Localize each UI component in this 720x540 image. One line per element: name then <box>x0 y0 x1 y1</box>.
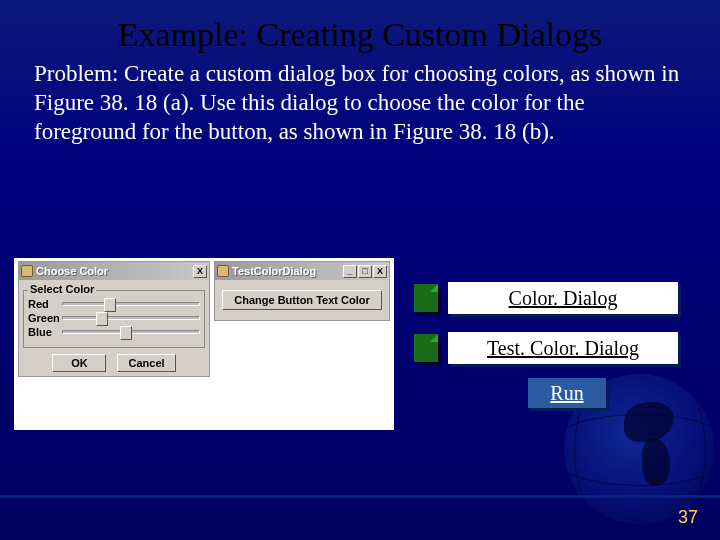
choose-color-dialog: Choose Color X Select Color Red Green Bl… <box>18 261 210 377</box>
titlebar: TestColorDialog _ □ X <box>215 262 389 280</box>
link-color-dialog-row: Color. Dialog <box>414 282 678 314</box>
java-icon <box>21 265 33 277</box>
minimize-icon[interactable]: _ <box>343 265 357 278</box>
page-number: 37 <box>678 507 698 528</box>
test-color-dialog-window: TestColorDialog _ □ X Change Button Text… <box>214 261 390 321</box>
cancel-button[interactable]: Cancel <box>117 354 175 372</box>
slider-red[interactable]: Red <box>28 297 200 311</box>
maximize-icon[interactable]: □ <box>358 265 372 278</box>
window-title: TestColorDialog <box>232 265 342 277</box>
close-icon[interactable]: X <box>193 265 207 278</box>
document-icon <box>414 334 438 362</box>
titlebar: Choose Color X <box>19 262 209 280</box>
java-icon <box>217 265 229 277</box>
divider-line <box>0 495 720 498</box>
slide: Example: Creating Custom Dialogs Problem… <box>0 0 720 540</box>
close-icon[interactable]: X <box>373 265 387 278</box>
slider-label: Red <box>28 298 62 310</box>
slider-blue[interactable]: Blue <box>28 325 200 339</box>
document-icon <box>414 284 438 312</box>
link-test-color-dialog[interactable]: Test. Color. Dialog <box>448 332 678 364</box>
slider-label: Blue <box>28 326 62 338</box>
group-caption: Select Color <box>28 283 96 295</box>
select-color-group: Select Color Red Green Blue <box>23 290 205 348</box>
run-button[interactable]: Run <box>528 378 606 408</box>
slide-title: Example: Creating Custom Dialogs <box>0 0 720 54</box>
problem-text: Problem: Create a custom dialog box for … <box>0 54 720 146</box>
slider-green[interactable]: Green <box>28 311 200 325</box>
slider-label: Green <box>28 312 62 324</box>
link-test-color-dialog-row: Test. Color. Dialog <box>414 332 678 364</box>
link-color-dialog[interactable]: Color. Dialog <box>448 282 678 314</box>
change-button-text-color-button[interactable]: Change Button Text Color <box>222 290 382 310</box>
ok-button[interactable]: OK <box>52 354 106 372</box>
figure-screenshot: Choose Color X Select Color Red Green Bl… <box>14 258 394 430</box>
window-title: Choose Color <box>36 265 192 277</box>
